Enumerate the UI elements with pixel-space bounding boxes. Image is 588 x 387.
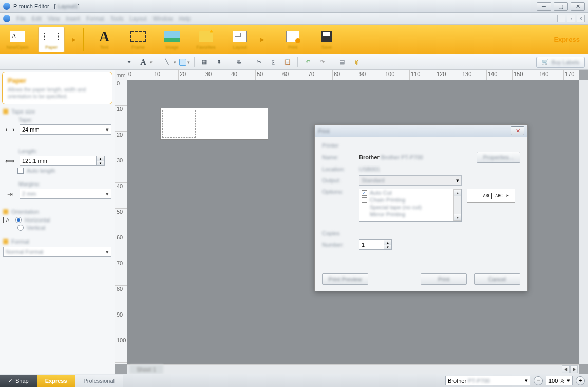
menu-view[interactable]: View [48, 15, 60, 22]
tool-paste[interactable]: 📋 [282, 57, 293, 68]
tool-redo[interactable]: ↷ [316, 57, 328, 68]
ribbon-layout[interactable]: Layout [226, 27, 253, 52]
ribbon-save[interactable]: Save [313, 27, 340, 52]
copies-section-label: Copies [322, 230, 359, 236]
dialog-titlebar[interactable]: Print ✕ [315, 125, 527, 137]
ribbon-image[interactable]: Image [159, 27, 185, 52]
menu-layout[interactable]: Layout [129, 15, 146, 22]
margins-icon: ⇥ [3, 189, 16, 198]
length-input[interactable]: 121.1 mm ▲▼ [20, 156, 105, 166]
tool-print[interactable]: 🖶 [233, 57, 244, 68]
maximize-button[interactable]: ▢ [554, 2, 568, 11]
option-auto-cut[interactable]: ✓Auto Cut [359, 189, 461, 196]
menu-tools[interactable]: Tools [110, 15, 124, 22]
cancel-button[interactable]: Cancel [474, 273, 520, 285]
copies-up[interactable]: ▲ [384, 240, 391, 245]
ribbon-expand-2[interactable]: ▶ [260, 36, 264, 42]
print-button[interactable]: Print [421, 273, 467, 285]
tool-undo[interactable]: ↶ [302, 57, 313, 68]
menu-insert[interactable]: Insert [66, 15, 80, 22]
zoom-combo[interactable]: 100 %▾ [546, 376, 573, 385]
mode-express[interactable]: Express [37, 375, 75, 387]
printer-name-value: Brother Brother PT-P700 [359, 154, 423, 160]
vertical-scrollbar[interactable] [579, 80, 588, 364]
zoom-in[interactable]: + [576, 376, 585, 385]
options-scroll-up[interactable]: ▲ [454, 189, 461, 196]
length-icon: ⟺ [3, 156, 16, 165]
options-list[interactable]: ✓Auto Cut Chain Printing Special tape (n… [359, 189, 462, 222]
mdi-minimize[interactable]: ─ [557, 15, 565, 22]
menu-file[interactable]: File [16, 15, 26, 22]
orientation-icon: A [3, 217, 12, 223]
length-down[interactable]: ▼ [97, 161, 104, 165]
auto-length-checkbox[interactable] [17, 168, 24, 174]
ribbon-expand-1[interactable]: ▶ [72, 36, 76, 42]
mode-professional[interactable]: Professional [75, 375, 123, 387]
title-suffix: ] [78, 3, 80, 9]
option-mirror[interactable]: Mirror Printing [359, 211, 461, 218]
ribbon-frame[interactable]: Frame [125, 27, 151, 52]
vertical-ruler[interactable]: 0102030405060708090100 [115, 80, 127, 364]
location-value: USB001 [359, 166, 380, 172]
dialog-close-button[interactable]: ✕ [511, 126, 524, 135]
vertical-radio[interactable] [17, 225, 24, 231]
tool-pointer[interactable]: ✦ [123, 57, 135, 68]
ribbon-text[interactable]: AText [91, 27, 118, 52]
menu-window[interactable]: Window [153, 15, 173, 22]
close-button[interactable]: ✕ [571, 2, 585, 11]
paper-card: Paper Allows the paper length, width and… [2, 72, 112, 104]
option-special[interactable]: Special tape (no cut) [359, 204, 461, 211]
format-value: Normal Format [6, 249, 43, 255]
ribbon-print[interactable]: Print [279, 27, 306, 52]
minimize-button[interactable]: ─ [537, 2, 551, 11]
zoom-out[interactable]: − [534, 376, 543, 385]
scroll-right[interactable]: ▶ [570, 365, 578, 373]
tool-shape[interactable] [179, 59, 186, 66]
label-document[interactable] [160, 108, 268, 140]
canvas[interactable]: Print ✕ Printer Name: Brother Brother PT… [127, 80, 579, 364]
format-combo[interactable]: Normal Format▾ [3, 247, 111, 257]
title-bar: P-touch Editor - [ Layout1 ] ─ ▢ ✕ [0, 0, 588, 13]
tool-align[interactable]: ⬍ [213, 57, 224, 68]
ribbon-paper[interactable]: Paper [38, 27, 65, 52]
horizontal-radio[interactable] [15, 217, 22, 223]
horizontal-ruler[interactable]: 0102030405060708090100110120130140150160… [127, 70, 579, 80]
output-combo[interactable]: Standard▾ [359, 175, 462, 186]
mdi-close[interactable]: × [577, 15, 585, 22]
properties-button[interactable]: Properties... [477, 152, 520, 163]
option-chain[interactable]: Chain Printing [359, 196, 461, 204]
length-up[interactable]: ▲ [97, 156, 104, 161]
mdi-restore[interactable]: ▫ [567, 15, 575, 22]
options-scroll-down[interactable]: ▼ [454, 214, 461, 221]
status-printer-combo[interactable]: Brother PT-P700▾ [445, 376, 530, 385]
ruler-unit[interactable]: mm [115, 70, 127, 80]
tape-combo[interactable]: 24 mm▾ [20, 124, 111, 135]
scroll-left[interactable]: ◀ [562, 365, 570, 373]
tool-line[interactable]: ╲ [161, 57, 173, 68]
print-preview-button[interactable]: Print Preview [322, 273, 368, 285]
ribbon-favorites[interactable]: Favorites [193, 27, 219, 52]
menu-edit[interactable]: Edit [32, 15, 42, 22]
tool-text[interactable]: A [138, 57, 149, 68]
tool-copy[interactable]: ⎘ [268, 57, 279, 68]
horizontal-scrollbar[interactable]: Sheet 1 ◀ ▶ [127, 364, 579, 374]
ribbon-new[interactable]: New/Open [4, 27, 31, 52]
workspace: Paper Allows the paper length, width and… [0, 70, 588, 374]
copies-down[interactable]: ▼ [384, 245, 391, 249]
margins-combo[interactable]: 2 mm▾ [20, 189, 111, 199]
tool-grid[interactable]: ▤ [336, 57, 348, 68]
mdi-icon[interactable] [3, 15, 10, 22]
tool-table[interactable]: ▦ [199, 57, 210, 68]
tool-cut[interactable]: ✂ [253, 57, 264, 68]
sheet-tab[interactable]: Sheet 1 [129, 365, 163, 374]
side-panel: Paper Allows the paper length, width and… [0, 70, 115, 374]
mode-snap[interactable]: ↙Snap [0, 375, 37, 387]
cart-icon: 🛒 [542, 59, 549, 65]
buy-labels-button[interactable]: 🛒 Buy Labels [536, 57, 585, 68]
menu-format[interactable]: Format [86, 15, 104, 22]
menu-help[interactable]: Help [179, 15, 191, 22]
tool-database[interactable]: 🛢 [351, 57, 362, 68]
copies-input[interactable]: 1 ▲▼ [359, 239, 392, 250]
status-bar: ↙Snap Express Professional Brother PT-P7… [0, 374, 588, 387]
number-label: Number: [322, 242, 359, 248]
